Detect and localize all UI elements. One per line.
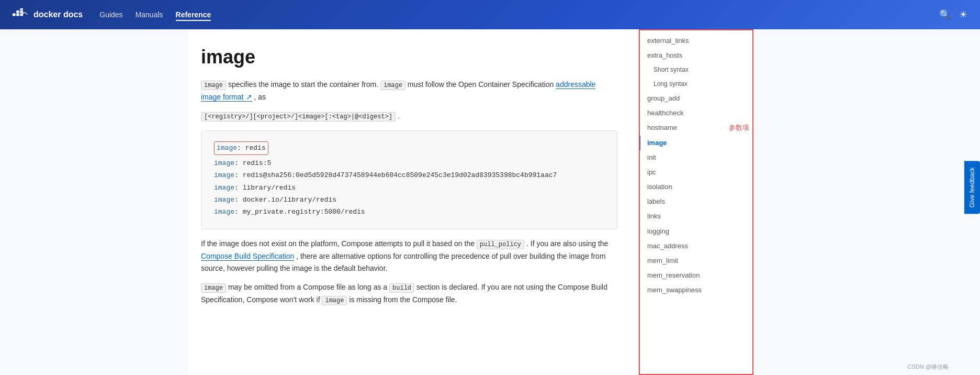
header: docker docs Guides Manuals Reference 🔍 ☀: [0, 0, 980, 29]
toc-item-labels[interactable]: labels: [639, 194, 753, 209]
svg-rect-1: [16, 14, 19, 16]
code-line-6: image: my_private.registry:5000/redis: [214, 206, 604, 218]
code-val-6: my_private.registry:5000/redis: [243, 208, 365, 216]
code-colon-6: :: [234, 208, 243, 216]
code-line-4: image: library/redis: [214, 182, 604, 194]
logo[interactable]: docker docs: [13, 8, 83, 21]
svg-rect-2: [20, 14, 23, 16]
toc-item-links[interactable]: links: [639, 209, 753, 224]
toc-item-mem-swappiness[interactable]: mem_swappiness: [639, 283, 753, 297]
format-code: [<registry>/][<project>/]<image>[:<tag>|…: [201, 112, 396, 122]
inline-code-image3: image: [201, 283, 226, 293]
intro-text2: must follow the Open Container Specifica…: [408, 80, 556, 89]
code-boxed: image: redis: [214, 141, 268, 155]
toc-item-mem-reservation[interactable]: mem_reservation: [639, 268, 753, 283]
inline-code-image1: image: [201, 81, 226, 90]
intro-paragraph: image specifies the image to start the c…: [201, 79, 617, 104]
docker-logo-icon: [13, 8, 29, 21]
svg-rect-3: [16, 10, 19, 13]
code-colon-5: :: [234, 196, 243, 204]
inline-code-build: build: [389, 283, 414, 293]
code-key-3: image: [214, 171, 234, 179]
csdn-watermark: CSDN @哆佳略: [908, 363, 949, 371]
para3-text3: is missing from the Compose file.: [349, 295, 457, 304]
main-layout: image image specifies the image to start…: [0, 29, 980, 375]
toc-item-group-add[interactable]: group_add: [639, 91, 753, 106]
code-key-4: image: [214, 184, 234, 192]
code-block: image: redis image: redis:5 image: redis…: [201, 130, 617, 229]
format-dot: .: [398, 112, 400, 120]
toc-annotation: 参数项: [729, 123, 749, 133]
toc-item-init[interactable]: init: [639, 150, 753, 165]
intro-text1: specifies the image to start the contain…: [228, 80, 380, 89]
code-val-3: redis@sha256:0ed5d5928d4737458944eb604cc…: [243, 171, 557, 179]
toc-item-isolation[interactable]: isolation: [639, 180, 753, 194]
code-colon-1: :: [237, 144, 245, 152]
inline-code-pull: pull_policy: [477, 240, 524, 249]
code-colon-3: :: [234, 171, 243, 179]
intro-text3: , as: [254, 93, 266, 101]
code-line-2: image: redis:5: [214, 157, 604, 169]
nav-reference[interactable]: Reference: [176, 8, 211, 21]
search-icon[interactable]: 🔍: [939, 9, 951, 20]
toc-item-mem-limit[interactable]: mem_limit: [639, 253, 753, 268]
code-val-1: redis: [245, 144, 266, 152]
code-line-5: image: docker.io/library/redis: [214, 194, 604, 206]
toc-item-short-syntax[interactable]: Short syntax: [639, 63, 753, 77]
toc-item-mac-address[interactable]: mac_address: [639, 239, 753, 253]
left-sidebar: [0, 29, 188, 375]
toc-item-healthcheck[interactable]: healthcheck: [639, 106, 753, 120]
code-val-5: docker.io/library/redis: [243, 196, 336, 204]
code-line-3: image: redis@sha256:0ed5d5928d4737458944…: [214, 169, 604, 181]
inline-code-image2: image: [380, 81, 405, 90]
page-title: image: [201, 46, 617, 68]
code-key-1: image: [217, 144, 237, 152]
feedback-button[interactable]: Give feedback: [964, 161, 980, 214]
code-key-2: image: [214, 159, 234, 167]
code-key-6: image: [214, 208, 234, 216]
toc-item-image[interactable]: image: [639, 136, 753, 150]
toc-item-extra-hosts[interactable]: extra_hosts: [639, 48, 753, 63]
nav-guides[interactable]: Guides: [99, 8, 122, 21]
code-colon-4: :: [234, 184, 243, 192]
code-key-5: image: [214, 196, 234, 204]
compose-build-link[interactable]: Compose Build Specification: [201, 252, 294, 261]
code-line-1: image: redis: [214, 141, 604, 157]
toc-item-hostname[interactable]: hostname 参数项: [639, 120, 753, 135]
code-val-2: redis:5: [243, 159, 272, 167]
svg-rect-5: [20, 8, 23, 10]
code-colon-2: :: [234, 159, 243, 167]
inline-code-image4: image: [322, 296, 347, 305]
logo-text: docker docs: [33, 10, 83, 19]
toc-item-external-links[interactable]: external_links: [639, 34, 753, 48]
para3-text1: may be omitted from a Compose file as lo…: [228, 283, 389, 291]
nav-manuals[interactable]: Manuals: [136, 8, 163, 21]
main-content: image image specifies the image to start…: [188, 29, 638, 375]
right-sidebar-toc: external_links extra_hosts Short syntax …: [638, 29, 753, 375]
para2: If the image does not exist on the platf…: [201, 238, 617, 275]
toc-item-long-syntax[interactable]: Long syntax: [639, 77, 753, 91]
svg-rect-0: [13, 14, 16, 16]
toc-item-ipc[interactable]: ipc: [639, 165, 753, 180]
para2-text2: . If you are also using the: [526, 239, 608, 248]
header-actions: 🔍 ☀: [939, 9, 967, 20]
code-val-4: library/redis: [243, 184, 296, 192]
para3: image may be omitted from a Compose file…: [201, 281, 617, 306]
toc-item-logging[interactable]: logging: [639, 224, 753, 239]
nav: Guides Manuals Reference: [99, 8, 211, 21]
theme-icon[interactable]: ☀: [959, 9, 967, 20]
para2-text1: If the image does not exist on the platf…: [201, 239, 477, 248]
format-line: [<registry>/][<project>/]<image>[:<tag>|…: [201, 110, 617, 123]
